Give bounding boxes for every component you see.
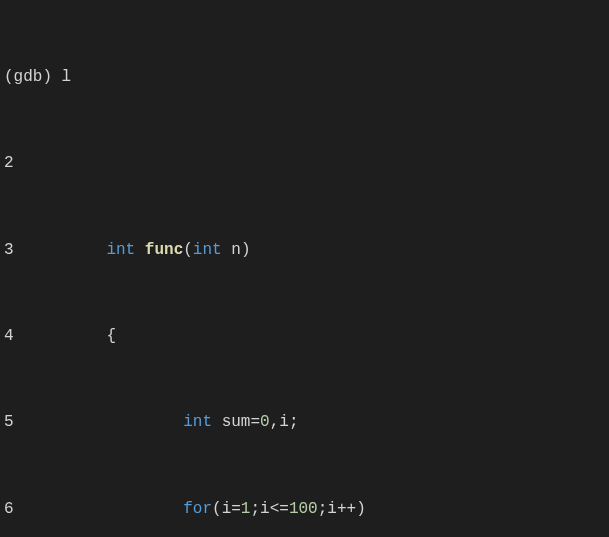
line-number: 3 <box>4 240 68 262</box>
source-line: 2 <box>4 153 605 175</box>
source-line: 6 for(i=1;i<=100;i++) <box>4 499 605 521</box>
code-content: int sum=0,i; <box>68 412 299 434</box>
source-line: 5 int sum=0,i; <box>4 412 605 434</box>
line-number: 6 <box>4 499 68 521</box>
line-number: 4 <box>4 326 68 348</box>
gdb-prompt[interactable]: (gdb) l <box>4 67 71 89</box>
code-content: for(i=1;i<=100;i++) <box>68 499 366 521</box>
code-content: { <box>68 326 116 348</box>
gdb-prompt-line: (gdb) l <box>4 67 605 89</box>
line-number: 2 <box>4 153 68 175</box>
line-number: 5 <box>4 412 68 434</box>
code-content: int func(int n) <box>68 240 250 262</box>
gdb-terminal[interactable]: (gdb) l 2 3 int func(int n) 4 { 5 int su… <box>0 0 609 537</box>
source-line: 3 int func(int n) <box>4 240 605 262</box>
source-line: 4 { <box>4 326 605 348</box>
